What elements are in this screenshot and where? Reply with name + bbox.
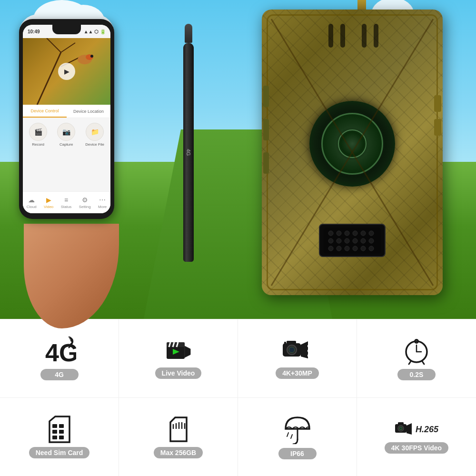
feature-h265-label: 4K 30FPS Video <box>385 442 448 454</box>
tab-device-control[interactable]: Device Control <box>23 105 67 118</box>
phone-icon-record[interactable]: 🎬 Record <box>29 123 47 147</box>
svg-line-59 <box>409 361 411 364</box>
phone-display: 10:49 ▲▲ ⬡ 🔋 ▶ Device Con <box>10 19 129 314</box>
feature-live-video: Live Video <box>119 319 238 398</box>
camera-body <box>262 10 443 295</box>
4k30mp-svg <box>282 337 313 364</box>
feature-ip66-label: IP66 <box>278 448 317 459</box>
svg-rect-10 <box>340 24 345 48</box>
umbrella-svg <box>284 415 311 444</box>
cloud-icon: ☁ <box>28 196 35 204</box>
features-section: 4G 4G Live <box>0 319 476 476</box>
capture-icon: 📷 <box>57 123 75 141</box>
phone-app-icons: 🎬 Record 📷 Capture 📁 Device File <box>23 118 110 151</box>
h265-text: H.265 <box>416 425 438 434</box>
sim-svg <box>46 416 73 443</box>
h265-camera-svg <box>395 420 413 438</box>
setting-icon: ⚙ <box>82 196 88 204</box>
feature-max256gb-label: Max 256GB <box>154 447 203 458</box>
phone-icon-device-file[interactable]: 📁 Device File <box>85 123 104 147</box>
svg-rect-53 <box>284 342 286 344</box>
status-icon: ≡ <box>64 196 68 204</box>
nav-status[interactable]: ≡ Status <box>61 196 72 209</box>
phone-camera-preview: ▶ <box>23 38 110 105</box>
phone-hand <box>24 224 119 328</box>
record-icon: 🎬 <box>29 123 47 141</box>
svg-line-0 <box>37 52 61 105</box>
feature-max256gb: Max 256GB <box>119 398 238 476</box>
clock-icon <box>402 337 431 365</box>
svg-rect-54 <box>287 342 289 344</box>
feature-4g: 4G 4G <box>0 319 119 398</box>
phone-signal-icons: ▲▲ ⬡ 🔋 <box>84 29 106 34</box>
feature-sim-card: Need Sim Card <box>0 398 119 476</box>
svg-line-60 <box>422 361 424 364</box>
svg-rect-63 <box>52 430 57 434</box>
svg-rect-64 <box>59 430 64 434</box>
nav-video[interactable]: ▶ Video <box>44 196 53 209</box>
phone-icon-capture[interactable]: 📷 Capture <box>57 123 75 147</box>
camera-x-pattern <box>262 10 443 295</box>
svg-line-73 <box>287 433 288 436</box>
svg-rect-62 <box>59 424 64 428</box>
svg-rect-14 <box>434 119 441 136</box>
feature-h265: H.265 4K 30FPS Video <box>357 398 476 476</box>
4g-icon: 4G <box>43 337 76 365</box>
svg-point-77 <box>399 427 402 430</box>
feature-sim-card-label: Need Sim Card <box>29 447 90 458</box>
feature-live-video-label: Live Video <box>155 367 202 379</box>
svg-marker-79 <box>407 423 412 435</box>
svg-rect-15 <box>263 86 269 107</box>
trail-camera <box>262 10 462 319</box>
feature-4k30mp: 4K+30MP <box>238 319 357 398</box>
phone-time: 10:49 <box>28 29 40 34</box>
svg-line-2 <box>61 43 75 52</box>
svg-rect-61 <box>52 424 57 428</box>
svg-rect-13 <box>434 95 441 112</box>
sd-card-icon <box>165 416 192 443</box>
nav-more[interactable]: ⋯ More <box>98 196 107 209</box>
play-button[interactable]: ▶ <box>58 63 75 80</box>
sd-card-svg <box>165 416 192 443</box>
svg-marker-44 <box>185 346 190 357</box>
video-nav-icon: ▶ <box>46 196 51 204</box>
svg-rect-9 <box>328 24 333 48</box>
nav-setting[interactable]: ⚙ Setting <box>79 196 91 209</box>
more-icon: ⋯ <box>99 196 106 204</box>
svg-rect-78 <box>398 422 404 425</box>
phone-tabs: Device Control Device Location <box>23 105 110 118</box>
svg-rect-17 <box>263 152 269 174</box>
feature-4k30mp-label: 4K+30MP <box>276 367 319 379</box>
umbrella-icon <box>284 415 311 444</box>
live-video-icon <box>164 337 193 364</box>
feature-ip66: IP66 <box>238 398 357 476</box>
sim-icon <box>46 416 73 443</box>
device-file-icon: 📁 <box>86 123 104 141</box>
feature-4g-label: 4G <box>40 369 79 380</box>
tab-device-location[interactable]: Device Location <box>67 105 110 118</box>
svg-point-47 <box>289 347 295 353</box>
device-file-label: Device File <box>85 142 104 147</box>
antenna-label: 4G <box>186 149 191 156</box>
feature-0.2s: 0.2S <box>357 319 476 398</box>
svg-rect-12 <box>374 24 378 48</box>
svg-point-6 <box>90 55 93 58</box>
svg-marker-49 <box>301 341 308 358</box>
phone-body: 10:49 ▲▲ ⬡ 🔋 ▶ Device Con <box>19 19 114 219</box>
svg-rect-11 <box>362 24 367 48</box>
svg-rect-66 <box>59 436 64 439</box>
feature-0.2s-label: 0.2S <box>397 369 436 380</box>
antenna-top <box>185 24 192 43</box>
svg-line-1 <box>47 38 61 52</box>
capture-label: Capture <box>60 142 73 147</box>
antenna: 4G <box>181 24 196 262</box>
antenna-body: 4G <box>183 43 194 262</box>
record-label: Record <box>32 142 44 147</box>
live-video-svg <box>164 337 193 364</box>
svg-line-74 <box>291 435 292 438</box>
h265-icon: H.265 <box>395 420 438 438</box>
nav-cloud[interactable]: ☁ Cloud <box>27 196 37 209</box>
phone-screen: 10:49 ▲▲ ⬡ 🔋 ▶ Device Con <box>23 25 110 213</box>
4g-svg: 4G <box>43 337 76 365</box>
svg-rect-65 <box>52 436 57 439</box>
